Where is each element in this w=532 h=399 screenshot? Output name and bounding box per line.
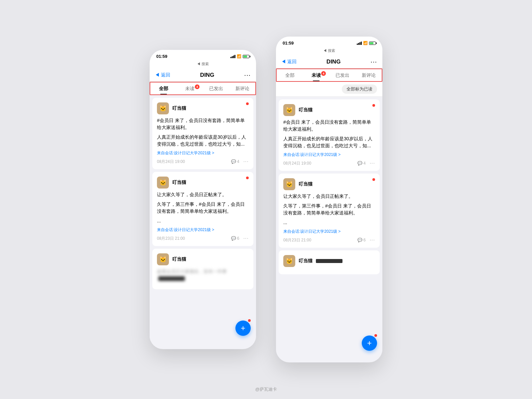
- fab-dot-2: [374, 334, 377, 337]
- comment-icon-1-2: 💬: [231, 236, 236, 241]
- feed-header-2-1: 🐱 叮当猫: [283, 104, 375, 116]
- status-icons-2: 📶: [357, 41, 376, 45]
- signal-bars-1: [230, 55, 235, 58]
- feed-source-1-2[interactable]: 来自会话:设计日记大学2021级 >: [157, 227, 249, 233]
- feed-footer-1-1: 08月24日 19:00 💬 4 ···: [157, 159, 249, 165]
- feed-content1-2-2: 让大家久等了，会员日正帖来了。: [283, 193, 375, 200]
- more-btn-2-2[interactable]: ···: [370, 237, 375, 243]
- tab-published-2[interactable]: 已发出: [329, 69, 355, 81]
- tab-badge-2: 4: [321, 71, 326, 76]
- nav-back-2[interactable]: ◀ 返回: [281, 59, 297, 65]
- feed-content2-2-2: 久等了，第三件事，#会员日 来了，会员日没有套路，简简单单给大家送福利。: [283, 202, 375, 216]
- more-btn-2-1[interactable]: ···: [370, 160, 375, 166]
- more-btn-1-1[interactable]: ···: [243, 159, 249, 165]
- feed-header-1-1: 🐱 叮当猫: [157, 102, 249, 114]
- comment-count-1-1[interactable]: 💬 4: [231, 159, 239, 164]
- avatar-2-2: 🐱: [283, 178, 295, 190]
- signal-bar-2-2: [358, 43, 359, 45]
- comment-icon-2-2: 💬: [357, 238, 362, 242]
- tab-all-2[interactable]: 全部: [277, 69, 303, 81]
- signal-bar-2-4: [361, 42, 362, 45]
- tab-badge-1: 4: [195, 84, 200, 89]
- feed-actions-2-2: 💬 6 ···: [357, 237, 375, 243]
- nav-title-2: DING: [327, 59, 341, 65]
- phone-1: 01:59 📶 ◀ 搜索 ◀ 返回 DING ···: [150, 50, 256, 349]
- status-search-1: ◀ 搜索: [150, 61, 256, 68]
- fab-dot-1: [248, 319, 251, 322]
- nav-more-2[interactable]: ···: [370, 58, 377, 66]
- battery-fill-1: [243, 56, 247, 58]
- nav-bar-1: ◀ 返回 DING ···: [150, 68, 256, 82]
- tab-unread-2[interactable]: 未读 4: [303, 69, 329, 81]
- signal-bar-4: [234, 55, 235, 58]
- mark-all-read-button[interactable]: 全部标为已读: [342, 84, 377, 94]
- nav-back-1[interactable]: ◀ 返回: [155, 72, 170, 78]
- feed-actions-2-1: 💬 4 ···: [357, 160, 375, 166]
- feed-header-2-2: 🐱 叮当猫: [283, 178, 375, 190]
- feed-list-1: 🐱 叮当猫 #会员日 来了，会员日没有套路，简简单单给大家送福利。 人真正开始成…: [150, 95, 256, 341]
- feed-actions-1-1: 💬 4 ···: [231, 159, 249, 165]
- tab-bar-1: 全部 未读 4 已发出 新评论: [150, 82, 256, 95]
- feed-time-2-2: 08月23日 21:00: [283, 237, 311, 243]
- comment-icon-1-1: 💬: [231, 159, 236, 164]
- feed-card-2-2[interactable]: 🐱 叮当猫 让大家久等了，会员日正帖来了。 久等了，第三件事，#会员日 来了，会…: [279, 174, 380, 248]
- avatar-1-3: 🐱: [157, 253, 169, 265]
- nav-more-1[interactable]: ···: [244, 71, 251, 79]
- feed-list-2: 🐱 叮当猫 #会员日 来了，会员日没有套路，简简单单给大家送福利。 人真正开始成…: [276, 97, 382, 356]
- comment-count-1-2[interactable]: 💬 6: [231, 236, 239, 241]
- feed-author-1-3: 叮当猫: [172, 256, 186, 262]
- watermark: @萨瓦迪卡: [255, 386, 277, 392]
- signal-bar-2-1: [357, 44, 358, 45]
- feed-content3-2-2: ...: [283, 219, 375, 226]
- wifi-icon-1: 📶: [237, 54, 241, 59]
- feed-footer-1-2: 08月23日 21:00 💬 6 ···: [157, 235, 249, 241]
- feed-time-1-1: 08月24日 19:00: [157, 159, 185, 165]
- avatar-1-1: 🐱: [157, 102, 169, 114]
- battery-icon-2: [369, 42, 376, 45]
- signal-bar-1: [230, 57, 231, 58]
- tab-comments-2[interactable]: 新评论: [355, 69, 382, 81]
- unread-dot-1-1: [246, 102, 249, 105]
- comment-count-2-2[interactable]: 💬 6: [357, 238, 366, 242]
- tab-published-1[interactable]: 已发出: [203, 82, 229, 94]
- feed-content2-1-1: 人真正开始成长的年龄应该是30岁以后，人变得沉稳，也见过世面，也吃过大亏，知..…: [157, 134, 249, 148]
- fab-button-1[interactable]: +: [235, 321, 251, 336]
- feed-time-2-1: 08月24日 19:00: [283, 161, 311, 166]
- feed-content1-2-1: #会员日 来了，会员日没有套路，简简单单给大家送福利。: [283, 119, 375, 133]
- feed-content1-1-1: #会员日 来了，会员日没有套路，简简单单给大家送福利。: [157, 117, 249, 131]
- more-btn-1-2[interactable]: ···: [243, 235, 249, 241]
- feed-card-2-3[interactable]: 🐱 叮当猫: [279, 250, 380, 274]
- feed-content2-1-2: 久等了，第三件事，#会员日 来了，会员日没有套路，简简单单给大家送福利。: [157, 201, 249, 215]
- tab-bar-2: 全部 未读 4 已发出 新评论: [276, 68, 382, 82]
- feed-card-1-1[interactable]: 🐱 叮当猫 #会员日 来了，会员日没有套路，简简单单给大家送福利。 人真正开始成…: [152, 98, 253, 169]
- comment-count-2-1[interactable]: 💬 4: [357, 161, 366, 166]
- tab-comments-1[interactable]: 新评论: [229, 82, 255, 94]
- unread-dot-2-2: [372, 178, 375, 181]
- feed-card-2-1[interactable]: 🐱 叮当猫 #会员日 来了，会员日没有套路，简简单单给大家送福利。 人真正开始成…: [279, 99, 380, 171]
- status-icons-1: 📶: [230, 54, 249, 59]
- fab-button-2[interactable]: +: [362, 335, 377, 351]
- feed-author-1-2: 叮当猫: [172, 180, 186, 186]
- nav-bar-2: ◀ 返回 DING ···: [276, 55, 382, 68]
- feed-source-2-1[interactable]: 来自会话:设计日记大学2021级 >: [283, 152, 375, 158]
- avatar-2-3: 🐱: [283, 255, 295, 267]
- feed-source-1-1[interactable]: 来自会话:设计日记大学2021级 >: [157, 150, 249, 156]
- feed-header-1-2: 🐱 叮当猫: [157, 177, 249, 189]
- feed-source-2-2[interactable]: 来自会话:设计日记大学2021级 >: [283, 229, 375, 234]
- feed-author-2-1: 叮当猫: [299, 107, 313, 113]
- feed-content3-1-2: ...: [157, 217, 249, 224]
- feed-author-2-3: 叮当猫: [299, 258, 342, 264]
- unread-dot-2-1: [372, 104, 375, 107]
- feed-content-1-3: 趁着会员日大家都在，宣布一件事: [157, 268, 249, 282]
- unread-dot-1-2: [246, 177, 249, 179]
- signal-bar-2-3: [359, 42, 360, 45]
- signal-bar-2: [232, 56, 233, 58]
- tab-unread-1[interactable]: 未读 4: [177, 82, 203, 94]
- tab-all-1[interactable]: 全部: [150, 82, 177, 94]
- feed-card-1-3[interactable]: 🐱 叮当猫 趁着会员日大家都在，宣布一件事: [152, 249, 253, 289]
- avatar-1-2: 🐱: [157, 177, 169, 189]
- feed-card-1-2[interactable]: 🐱 叮当猫 让大家久等了，会员日正帖来了。 久等了，第三件事，#会员日 来了，会…: [152, 172, 253, 246]
- feed-time-1-2: 08月23日 21:00: [157, 236, 185, 241]
- status-search-2: ◀ 搜索: [276, 48, 382, 55]
- feed-content1-1-2: 让大家久等了，会员日正帖来了。: [157, 191, 249, 198]
